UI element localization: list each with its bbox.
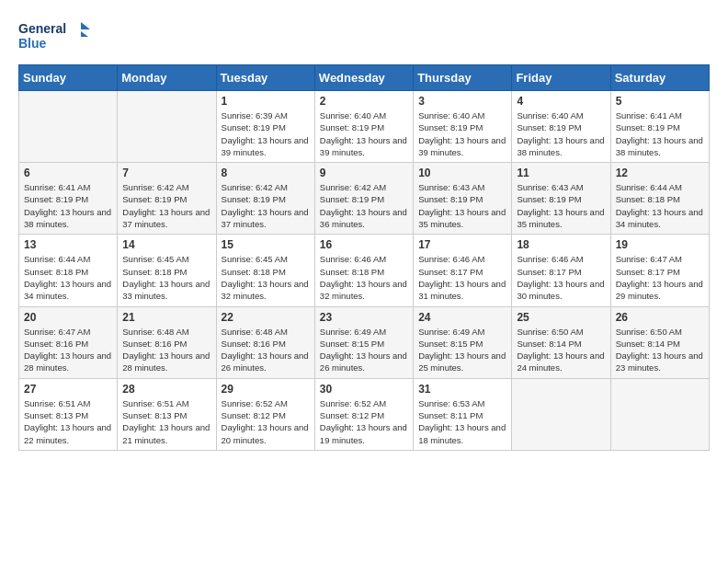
- day-info: Sunrise: 6:44 AM Sunset: 8:18 PM Dayligh…: [24, 253, 112, 302]
- day-info: Sunrise: 6:44 AM Sunset: 8:18 PM Dayligh…: [616, 181, 704, 230]
- day-info: Sunrise: 6:41 AM Sunset: 8:19 PM Dayligh…: [24, 181, 112, 230]
- day-info: Sunrise: 6:42 AM Sunset: 8:19 PM Dayligh…: [320, 181, 408, 230]
- day-header-friday: Friday: [512, 65, 610, 91]
- day-number: 9: [320, 167, 408, 179]
- calendar-cell: 21Sunrise: 6:48 AM Sunset: 8:16 PM Dayli…: [118, 306, 216, 378]
- calendar-cell: 7Sunrise: 6:42 AM Sunset: 8:19 PM Daylig…: [118, 163, 216, 235]
- day-header-saturday: Saturday: [610, 65, 709, 91]
- day-number: 6: [24, 167, 112, 179]
- calendar-week-3: 13Sunrise: 6:44 AM Sunset: 8:18 PM Dayli…: [19, 235, 710, 306]
- calendar-cell: 13Sunrise: 6:44 AM Sunset: 8:18 PM Dayli…: [19, 235, 118, 306]
- day-header-thursday: Thursday: [414, 65, 512, 91]
- day-number: 26: [616, 311, 704, 324]
- calendar-cell: 12Sunrise: 6:44 AM Sunset: 8:18 PM Dayli…: [610, 163, 709, 235]
- calendar-week-4: 20Sunrise: 6:47 AM Sunset: 8:16 PM Dayli…: [19, 306, 710, 378]
- day-number: 15: [222, 238, 310, 251]
- day-header-sunday: Sunday: [19, 65, 118, 91]
- day-number: 13: [24, 238, 112, 251]
- day-number: 8: [222, 167, 310, 179]
- calendar-cell: 2Sunrise: 6:40 AM Sunset: 8:19 PM Daylig…: [314, 91, 413, 163]
- calendar-cell: 22Sunrise: 6:48 AM Sunset: 8:16 PM Dayli…: [216, 306, 314, 378]
- calendar-cell: 19Sunrise: 6:47 AM Sunset: 8:17 PM Dayli…: [610, 235, 709, 306]
- calendar-cell: 29Sunrise: 6:52 AM Sunset: 8:12 PM Dayli…: [216, 378, 314, 450]
- logo: General Blue: [18, 18, 92, 55]
- day-number: 30: [320, 383, 408, 396]
- day-info: Sunrise: 6:51 AM Sunset: 8:13 PM Dayligh…: [24, 397, 112, 446]
- day-number: 17: [418, 238, 506, 251]
- day-info: Sunrise: 6:42 AM Sunset: 8:19 PM Dayligh…: [222, 181, 310, 230]
- page-header: General Blue: [18, 18, 710, 55]
- day-header-wednesday: Wednesday: [314, 65, 413, 91]
- calendar-cell: [610, 378, 709, 450]
- day-number: 3: [418, 95, 506, 108]
- calendar-week-5: 27Sunrise: 6:51 AM Sunset: 8:13 PM Dayli…: [19, 378, 710, 450]
- svg-marker-2: [81, 22, 90, 29]
- calendar-cell: [512, 378, 610, 450]
- day-number: 18: [517, 238, 605, 251]
- calendar-cell: 3Sunrise: 6:40 AM Sunset: 8:19 PM Daylig…: [414, 91, 512, 163]
- day-header-tuesday: Tuesday: [216, 65, 314, 91]
- day-number: 1: [222, 95, 310, 108]
- day-info: Sunrise: 6:40 AM Sunset: 8:19 PM Dayligh…: [418, 109, 506, 158]
- calendar-cell: 18Sunrise: 6:46 AM Sunset: 8:17 PM Dayli…: [512, 235, 610, 306]
- day-number: 5: [616, 95, 704, 108]
- day-number: 4: [517, 95, 605, 108]
- day-info: Sunrise: 6:40 AM Sunset: 8:19 PM Dayligh…: [320, 109, 408, 158]
- calendar-cell: [118, 91, 216, 163]
- day-number: 16: [320, 238, 408, 251]
- day-number: 12: [616, 167, 704, 179]
- calendar-body: 1Sunrise: 6:39 AM Sunset: 8:19 PM Daylig…: [19, 91, 710, 451]
- day-info: Sunrise: 6:42 AM Sunset: 8:19 PM Dayligh…: [122, 181, 210, 230]
- day-number: 20: [24, 311, 112, 324]
- calendar-cell: 4Sunrise: 6:40 AM Sunset: 8:19 PM Daylig…: [512, 91, 610, 163]
- day-number: 28: [122, 383, 210, 396]
- day-header-monday: Monday: [118, 65, 216, 91]
- calendar-header-row: SundayMondayTuesdayWednesdayThursdayFrid…: [19, 65, 710, 91]
- day-info: Sunrise: 6:41 AM Sunset: 8:19 PM Dayligh…: [616, 109, 704, 158]
- day-info: Sunrise: 6:46 AM Sunset: 8:17 PM Dayligh…: [418, 253, 506, 302]
- calendar-cell: 5Sunrise: 6:41 AM Sunset: 8:19 PM Daylig…: [610, 91, 709, 163]
- calendar-cell: 30Sunrise: 6:52 AM Sunset: 8:12 PM Dayli…: [314, 378, 413, 450]
- calendar-cell: 1Sunrise: 6:39 AM Sunset: 8:19 PM Daylig…: [216, 91, 314, 163]
- day-info: Sunrise: 6:45 AM Sunset: 8:18 PM Dayligh…: [222, 253, 310, 302]
- day-number: 25: [517, 311, 605, 324]
- calendar-cell: 9Sunrise: 6:42 AM Sunset: 8:19 PM Daylig…: [314, 163, 413, 235]
- calendar-cell: 17Sunrise: 6:46 AM Sunset: 8:17 PM Dayli…: [414, 235, 512, 306]
- calendar-cell: 20Sunrise: 6:47 AM Sunset: 8:16 PM Dayli…: [19, 306, 118, 378]
- day-info: Sunrise: 6:45 AM Sunset: 8:18 PM Dayligh…: [122, 253, 210, 302]
- day-number: 11: [517, 167, 605, 179]
- svg-marker-3: [81, 31, 88, 37]
- calendar-cell: 11Sunrise: 6:43 AM Sunset: 8:19 PM Dayli…: [512, 163, 610, 235]
- svg-text:Blue: Blue: [18, 36, 47, 51]
- day-info: Sunrise: 6:43 AM Sunset: 8:19 PM Dayligh…: [418, 181, 506, 230]
- calendar-cell: 28Sunrise: 6:51 AM Sunset: 8:13 PM Dayli…: [118, 378, 216, 450]
- calendar-cell: 31Sunrise: 6:53 AM Sunset: 8:11 PM Dayli…: [414, 378, 512, 450]
- calendar-table: SundayMondayTuesdayWednesdayThursdayFrid…: [18, 64, 710, 451]
- day-info: Sunrise: 6:52 AM Sunset: 8:12 PM Dayligh…: [222, 397, 310, 446]
- day-number: 21: [122, 311, 210, 324]
- day-number: 29: [222, 383, 310, 396]
- day-info: Sunrise: 6:50 AM Sunset: 8:14 PM Dayligh…: [616, 326, 704, 374]
- day-info: Sunrise: 6:46 AM Sunset: 8:18 PM Dayligh…: [320, 253, 408, 302]
- calendar-cell: 25Sunrise: 6:50 AM Sunset: 8:14 PM Dayli…: [512, 306, 610, 378]
- day-info: Sunrise: 6:47 AM Sunset: 8:17 PM Dayligh…: [616, 253, 704, 302]
- day-info: Sunrise: 6:39 AM Sunset: 8:19 PM Dayligh…: [222, 109, 310, 158]
- day-info: Sunrise: 6:48 AM Sunset: 8:16 PM Dayligh…: [222, 326, 310, 374]
- calendar-cell: 14Sunrise: 6:45 AM Sunset: 8:18 PM Dayli…: [118, 235, 216, 306]
- day-info: Sunrise: 6:52 AM Sunset: 8:12 PM Dayligh…: [320, 397, 408, 446]
- calendar-week-1: 1Sunrise: 6:39 AM Sunset: 8:19 PM Daylig…: [19, 91, 710, 163]
- day-number: 2: [320, 95, 408, 108]
- svg-text:General: General: [18, 21, 66, 36]
- day-number: 19: [616, 238, 704, 251]
- calendar-cell: 10Sunrise: 6:43 AM Sunset: 8:19 PM Dayli…: [414, 163, 512, 235]
- day-info: Sunrise: 6:40 AM Sunset: 8:19 PM Dayligh…: [517, 109, 605, 158]
- calendar-cell: 23Sunrise: 6:49 AM Sunset: 8:15 PM Dayli…: [314, 306, 413, 378]
- day-info: Sunrise: 6:47 AM Sunset: 8:16 PM Dayligh…: [24, 326, 112, 374]
- day-info: Sunrise: 6:50 AM Sunset: 8:14 PM Dayligh…: [517, 326, 605, 374]
- logo-svg: General Blue: [18, 18, 92, 55]
- calendar-week-2: 6Sunrise: 6:41 AM Sunset: 8:19 PM Daylig…: [19, 163, 710, 235]
- calendar-cell: 15Sunrise: 6:45 AM Sunset: 8:18 PM Dayli…: [216, 235, 314, 306]
- day-info: Sunrise: 6:49 AM Sunset: 8:15 PM Dayligh…: [418, 326, 506, 374]
- day-info: Sunrise: 6:48 AM Sunset: 8:16 PM Dayligh…: [122, 326, 210, 374]
- calendar-cell: 27Sunrise: 6:51 AM Sunset: 8:13 PM Dayli…: [19, 378, 118, 450]
